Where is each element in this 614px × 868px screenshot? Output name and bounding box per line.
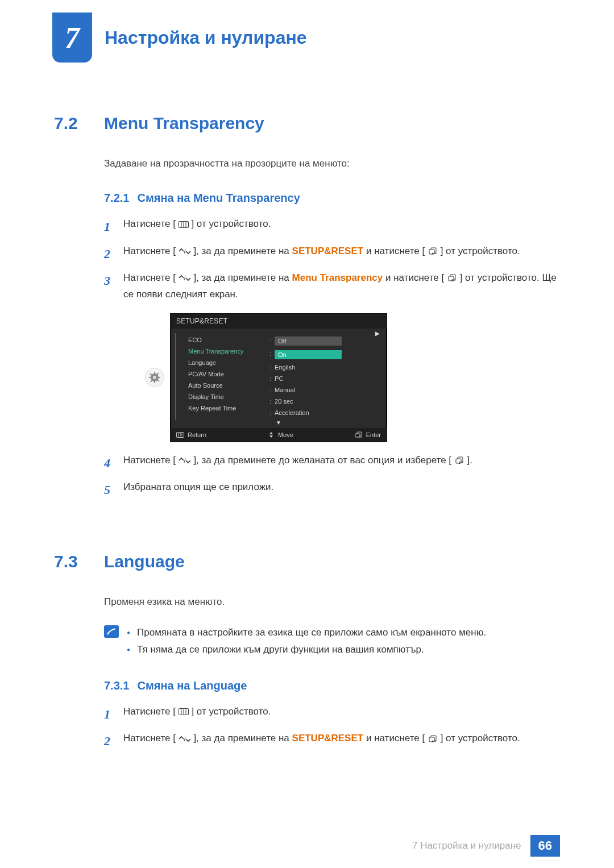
enter-icon xyxy=(447,274,457,282)
enter-icon xyxy=(454,456,464,464)
triangle-down-icon: ▼ xyxy=(171,420,387,428)
step-text: Натиснете [ xyxy=(123,706,176,717)
triangle-right-icon: ▶ xyxy=(375,330,380,337)
osd-item-key-repeat: Key Repeat Time xyxy=(188,405,265,412)
step-number: 5 xyxy=(104,479,115,500)
subsection-7-2-1-heading: 7.2.1Смяна на Menu Transparency xyxy=(104,192,560,205)
osd-item-menu-transparency: Menu Transparency xyxy=(188,348,265,355)
subsection-title: Смяна на Language xyxy=(137,679,247,692)
step-text: ], за да преминете до желаната от вас оп… xyxy=(193,455,451,466)
page-number: 66 xyxy=(530,835,560,857)
svg-rect-25 xyxy=(355,434,360,437)
step-text: ] от устройството. xyxy=(191,218,271,229)
section-number: 7.2 xyxy=(54,114,88,133)
step-number: 1 xyxy=(104,704,115,725)
step-text: ] от устройството. xyxy=(191,706,271,717)
gear-icon xyxy=(145,368,164,387)
steps-7-2-1-cont: 4 Натиснете [ / ], за да преминете до же… xyxy=(104,452,560,501)
section-7-2-heading: 7.2 Menu Transparency xyxy=(54,114,560,133)
osd-option-on: On xyxy=(275,350,342,359)
osd-value-key-repeat: Acceleration xyxy=(275,409,309,416)
svg-rect-12 xyxy=(154,372,155,374)
note-text: Тя няма да се приложи към други функции … xyxy=(137,641,424,659)
steps-7-2-1: 1 Натиснете [ ] от устройството. 2 Натис… xyxy=(104,216,560,303)
note-item: ●Тя няма да се приложи към други функции… xyxy=(127,641,486,659)
section-title: Menu Transparency xyxy=(104,114,264,133)
osd-title: SETUP&RESET xyxy=(171,314,387,329)
osd-item-auto-source: Auto Source xyxy=(188,382,265,389)
enter-icon xyxy=(428,735,438,743)
step-text: ], за да преминете на xyxy=(193,246,292,256)
step-text: ] от устройството. xyxy=(441,246,520,256)
chapter-number-badge: 7 xyxy=(52,13,92,63)
step-text: Натиснете [ xyxy=(123,218,176,229)
svg-point-11 xyxy=(153,376,156,379)
osd-value-display-time: 20 sec xyxy=(275,398,293,405)
menu-icon xyxy=(179,708,189,715)
step-text: Избраната опция ще се приложи. xyxy=(123,479,560,500)
step-text: Натиснете [ xyxy=(123,272,176,283)
steps-7-3-1: 1 Натиснете [ ] от устройството. 2 Натис… xyxy=(104,704,560,752)
subsection-7-3-1-heading: 7.3.1Смяна на Language xyxy=(104,679,560,692)
svg-text:/: / xyxy=(184,457,186,464)
bullet-icon: ● xyxy=(127,624,130,642)
osd-value-pcav: PC xyxy=(275,375,283,382)
osd-foot-enter: Enter xyxy=(355,431,381,438)
subsection-number: 7.2.1 xyxy=(104,192,129,204)
step-text: и натиснете [ xyxy=(385,272,444,283)
step-2: 2 Натиснете [ / ], за да преминете на SE… xyxy=(104,730,560,751)
bullet-icon: ● xyxy=(127,641,130,659)
subsection-title: Смяна на Menu Transparency xyxy=(137,192,300,204)
step-number: 3 xyxy=(104,270,115,303)
step-2: 2 Натиснете [ / ], за да преминете на SE… xyxy=(104,243,560,264)
note-icon xyxy=(104,625,119,638)
enter-icon xyxy=(428,247,438,255)
step-4: 4 Натиснете [ / ], за да преминете до же… xyxy=(104,452,560,474)
note-item: ●Промяната в настройките за езика ще се … xyxy=(127,624,486,642)
highlight-setup-reset: SETUP&RESET xyxy=(292,733,364,744)
section-7-2-intro: Задаване на прозрачността на прозорците … xyxy=(104,156,560,171)
footer-chapter-label: 7 Настройка и нулиране xyxy=(412,840,521,852)
step-number: 2 xyxy=(104,730,115,751)
osd-value-auto: Manual xyxy=(275,387,295,393)
svg-rect-14 xyxy=(149,377,151,378)
up-down-icon: / xyxy=(179,248,191,255)
section-7-3-heading: 7.3 Language xyxy=(54,552,560,571)
subsection-number: 7.3.1 xyxy=(104,679,129,692)
highlight-menu-transparency: Menu Transparency xyxy=(292,272,383,283)
step-text: Натиснете [ xyxy=(123,246,176,256)
note-block: ●Промяната в настройките за езика ще се … xyxy=(104,624,560,659)
step-text: ], за да преминете на xyxy=(193,733,292,744)
svg-point-29 xyxy=(107,633,109,634)
osd-foot-move: Move xyxy=(268,431,293,438)
osd-foot-return: Return xyxy=(176,431,206,438)
step-text: Натиснете [ xyxy=(123,733,176,744)
osd-value-language: English xyxy=(275,364,295,371)
step-3: 3 Натиснете [ / ], за да преминете на Me… xyxy=(104,270,560,303)
section-title: Language xyxy=(104,552,185,571)
page-footer: 7 Настройка и нулиране 66 xyxy=(0,835,614,857)
menu-icon xyxy=(179,221,189,228)
svg-text:/: / xyxy=(184,275,186,281)
osd-screenshot: SETUP&RESET ▶ ECO Menu Transparency Lang… xyxy=(145,313,560,442)
step-1: 1 Натиснете [ ] от устройството. xyxy=(104,704,560,725)
svg-rect-15 xyxy=(158,377,160,378)
step-text: ] от устройството. xyxy=(441,733,520,744)
osd-item-eco: ECO xyxy=(188,337,265,343)
svg-text:/: / xyxy=(184,248,186,255)
step-text: и натиснете [ xyxy=(366,733,425,744)
step-text: ]. xyxy=(467,455,472,466)
step-number: 2 xyxy=(104,243,115,264)
svg-text:/: / xyxy=(184,736,186,742)
section-7-3-intro: Променя езика на менюто. xyxy=(104,594,560,609)
osd-option-off: Off xyxy=(275,337,342,346)
osd-item-pcav: PC/AV Mode xyxy=(188,371,265,377)
step-number: 1 xyxy=(104,216,115,237)
svg-rect-13 xyxy=(154,381,155,383)
step-text: Натиснете [ xyxy=(123,455,176,466)
osd-item-display-time: Display Time xyxy=(188,393,265,400)
step-text: и натиснете [ xyxy=(366,246,425,256)
section-number: 7.3 xyxy=(54,552,88,571)
up-down-icon: / xyxy=(179,275,191,281)
chapter-title: Настройка и нулиране xyxy=(105,27,307,48)
